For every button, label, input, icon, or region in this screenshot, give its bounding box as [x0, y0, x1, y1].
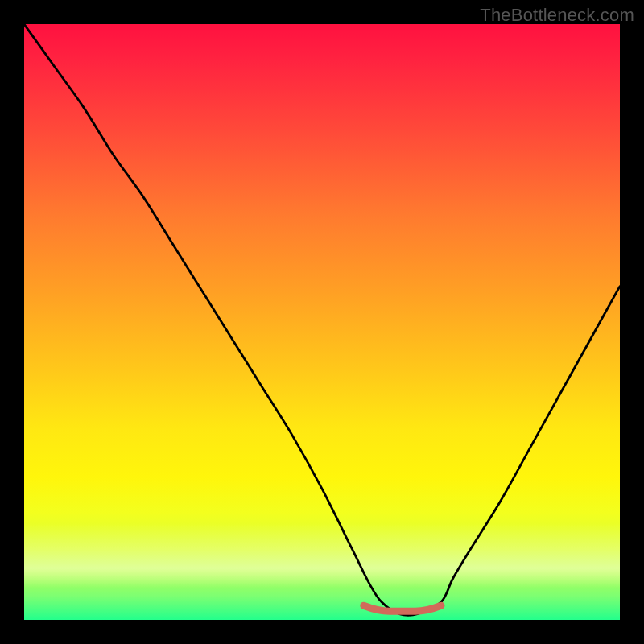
optimal-marker — [24, 24, 620, 620]
plot-area — [24, 24, 620, 620]
chart-frame: TheBottleneck.com — [0, 0, 644, 644]
watermark-text: TheBottleneck.com — [480, 5, 634, 26]
